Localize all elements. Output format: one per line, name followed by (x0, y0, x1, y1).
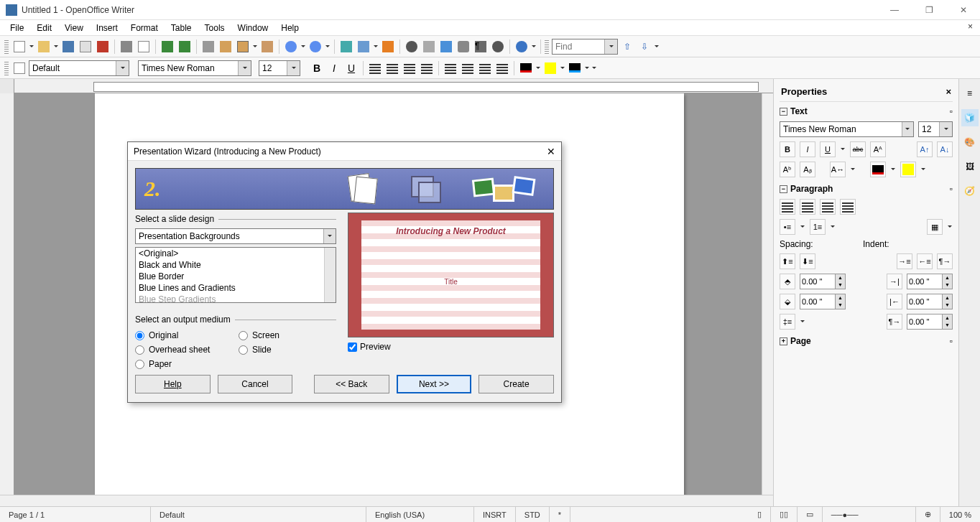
find-combo[interactable] (552, 39, 618, 55)
sidebar-tab-navigator-icon[interactable]: 🧭 (961, 182, 979, 200)
redo-button[interactable] (308, 39, 323, 55)
status-style[interactable]: Default (151, 507, 366, 522)
para-collapse-icon[interactable]: − (780, 185, 787, 193)
status-view-book-icon[interactable]: ▭ (798, 507, 823, 522)
highlight-dropdown[interactable] (560, 65, 565, 71)
font-size-input[interactable] (259, 62, 287, 75)
back-button[interactable]: << Back (314, 375, 389, 393)
save-button[interactable] (60, 39, 76, 55)
spellcheck-button[interactable] (160, 39, 175, 55)
undo-dropdown[interactable] (300, 44, 306, 50)
line-spacing-dropdown[interactable] (800, 319, 805, 325)
sidebar-hanging[interactable]: ¶→ (937, 253, 953, 269)
sidebar-tab-gallery-icon[interactable]: 🖼 (961, 158, 979, 175)
nonprinting-button[interactable]: ¶ (473, 39, 489, 55)
italic-button[interactable]: I (326, 60, 342, 76)
highlight-button[interactable] (542, 60, 558, 76)
formatting-overflow[interactable] (591, 65, 597, 71)
sidebar-paracolor-dropdown[interactable] (947, 224, 953, 230)
align-justify-button[interactable] (419, 60, 435, 76)
space-below-spin[interactable]: ▲▼ (800, 294, 846, 309)
cut-button[interactable] (200, 39, 216, 55)
find-replace-button[interactable] (404, 39, 420, 55)
status-insert[interactable]: INSRT (474, 507, 516, 522)
font-name-input[interactable] (139, 62, 238, 75)
para-section-more-icon[interactable]: ▫ (950, 184, 953, 194)
paste-button[interactable] (235, 39, 251, 55)
font-color-button[interactable] (518, 60, 534, 76)
design-list-scrollbar[interactable] (324, 248, 336, 302)
styles-button[interactable] (11, 60, 27, 76)
align-left-button[interactable] (367, 60, 383, 76)
draw-button[interactable] (380, 39, 396, 55)
sidebar-numbers-dropdown[interactable] (830, 224, 836, 230)
status-view-multi-icon[interactable]: ▯▯ (771, 507, 798, 522)
sidebar-close-icon[interactable]: × (946, 86, 951, 97)
copy-button[interactable] (218, 39, 234, 55)
table-button[interactable] (356, 39, 371, 55)
text-collapse-icon[interactable]: − (780, 108, 787, 116)
bg-color-dropdown[interactable] (584, 65, 590, 71)
sidebar-align-left[interactable] (780, 199, 795, 215)
sidebar-bullets-dropdown[interactable] (800, 224, 805, 230)
indent-dec-button[interactable] (477, 60, 493, 76)
align-right-button[interactable] (402, 60, 417, 76)
menu-tools[interactable]: Tools (199, 22, 231, 34)
find-overflow[interactable] (654, 44, 660, 50)
minimize-button[interactable]: — (884, 5, 905, 15)
font-size-combo[interactable] (259, 60, 300, 76)
sidebar-underline-dropdown[interactable] (840, 146, 846, 152)
number-list-button[interactable] (443, 60, 458, 76)
status-selection[interactable]: STD (516, 507, 550, 522)
para-style-input[interactable] (29, 62, 116, 75)
print-preview-button[interactable] (136, 39, 152, 55)
sidebar-indent-inc[interactable]: →≡ (897, 253, 912, 269)
indent-left-spin[interactable]: ▲▼ (907, 274, 953, 289)
menu-window[interactable]: Window (232, 22, 274, 34)
menu-view[interactable]: View (59, 22, 89, 34)
sidebar-grow-font-button[interactable]: A↑ (917, 141, 933, 157)
format-paintbrush-button[interactable] (259, 39, 275, 55)
sidebar-size-input[interactable] (919, 123, 939, 136)
sidebar-fontcolor-dropdown[interactable] (890, 167, 896, 172)
menu-table[interactable]: Table (165, 22, 198, 34)
sidebar-spacing-dropdown[interactable] (850, 167, 856, 172)
hyperlink-button[interactable] (338, 39, 354, 55)
sidebar-bullets-button[interactable]: •≡ (780, 219, 795, 235)
undo-button[interactable] (283, 39, 299, 55)
toolbar-overflow[interactable] (531, 44, 537, 50)
vertical-ruler[interactable] (0, 93, 14, 506)
para-style-combo[interactable] (29, 60, 129, 76)
sidebar-indent-dec[interactable]: ←≡ (917, 253, 933, 269)
status-view-single-icon[interactable]: ▯ (749, 507, 771, 522)
email-button[interactable] (78, 39, 93, 55)
sidebar-italic-button[interactable]: I (800, 141, 815, 157)
sidebar-align-justify[interactable] (840, 199, 856, 215)
sidebar-highlight-dropdown[interactable] (920, 167, 926, 172)
sidebar-numbers-button[interactable]: 1≡ (810, 219, 826, 235)
radio-overhead[interactable]: Overhead sheet (135, 345, 233, 355)
new-doc-dropdown[interactable] (29, 44, 34, 50)
sidebar-highlight-button[interactable] (900, 162, 916, 177)
sidebar-bold-button[interactable]: B (780, 141, 795, 157)
sidebar-size-combo[interactable] (918, 121, 953, 137)
find-prev-button[interactable]: ⇧ (619, 39, 635, 55)
zoom-button[interactable] (490, 39, 506, 55)
sidebar-align-center[interactable] (800, 199, 815, 215)
pdf-export-button[interactable] (95, 39, 111, 55)
underline-button[interactable]: U (343, 60, 359, 76)
find-input[interactable] (553, 40, 604, 53)
sidebar-space-inc[interactable]: ⬆≡ (780, 253, 795, 269)
design-item-original[interactable]: <Original> (136, 248, 336, 259)
design-category-combo[interactable] (135, 228, 336, 244)
maximize-button[interactable]: ❐ (918, 5, 940, 15)
status-zoom-slider[interactable]: ──●── (823, 507, 916, 522)
print-button[interactable] (119, 39, 134, 55)
status-zoom[interactable]: 100 % (940, 507, 980, 522)
sidebar-sub-button[interactable]: Aᵦ (800, 162, 815, 177)
cancel-button[interactable]: Cancel (218, 375, 293, 393)
find-toolbar-grip[interactable] (545, 39, 549, 54)
status-page[interactable]: Page 1 / 1 (0, 507, 151, 522)
sidebar-align-right[interactable] (820, 199, 836, 215)
sidebar-paracolor-button[interactable]: ▦ (927, 219, 943, 235)
